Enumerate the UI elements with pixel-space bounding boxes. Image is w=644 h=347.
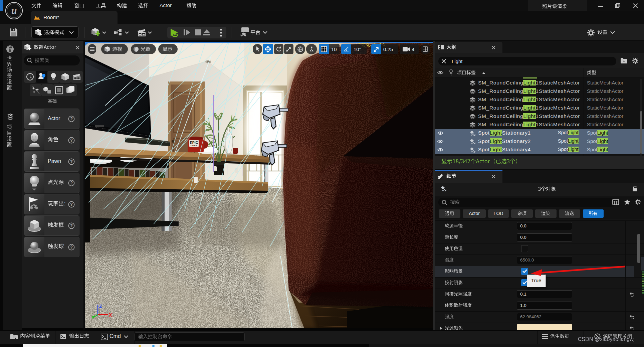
svg-text:?: ?	[70, 245, 73, 249]
svg-text:?: ?	[70, 181, 73, 185]
svg-text:?: ?	[70, 202, 73, 207]
svg-text:?: ?	[70, 138, 73, 143]
svg-text:?: ?	[70, 159, 73, 164]
svg-text:?: ?	[70, 223, 73, 228]
svg-text:GAMES: GAMES	[191, 145, 198, 147]
svg-text:EPIC: EPIC	[190, 141, 198, 145]
svg-text:X: X	[109, 312, 112, 318]
svg-text:?: ?	[70, 117, 73, 121]
svg-text:u: u	[11, 5, 17, 16]
svg-text:Z: Z	[99, 304, 102, 309]
